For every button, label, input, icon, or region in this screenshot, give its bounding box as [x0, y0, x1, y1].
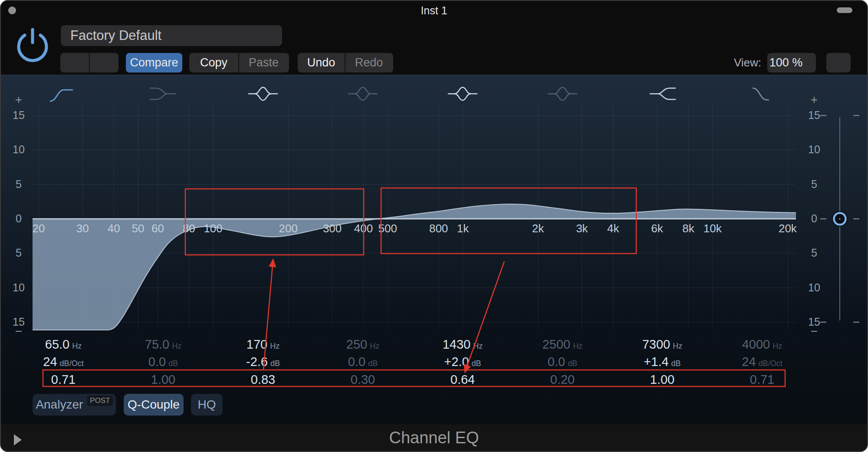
- plugin-window: Inst 1 Factory Default: [0, 0, 868, 452]
- plugin-name: Channel EQ: [1, 424, 867, 451]
- footer-icons: [1, 1, 868, 452]
- screen: Inst 1 Factory Default: [0, 0, 868, 452]
